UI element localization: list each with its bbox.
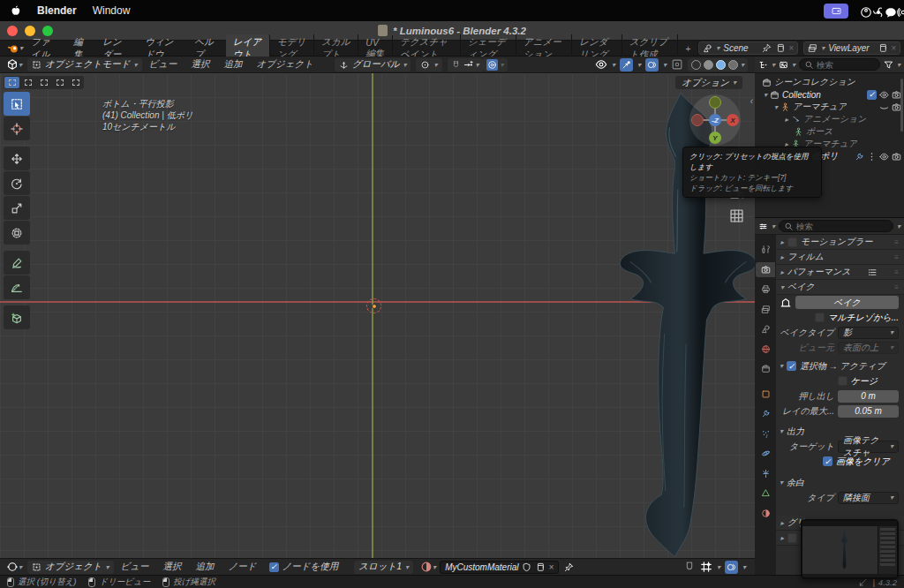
sidebar-toggle-arrow[interactable]: ‹ [750, 96, 753, 106]
fan-app-icon[interactable] [872, 6, 885, 19]
properties-search[interactable] [779, 220, 893, 232]
snap-controls[interactable]: ▾ [448, 58, 483, 72]
blender-logo-icon[interactable] [7, 42, 19, 55]
tool-transform[interactable] [4, 221, 30, 245]
select-mode-new-button[interactable] [4, 77, 19, 88]
tab-modifiers[interactable] [756, 406, 775, 421]
ray-distance-field[interactable]: 0.05 m [838, 405, 899, 418]
tool-add-cube[interactable] [4, 305, 30, 329]
editor-type-3d-viewport-icon[interactable] [6, 58, 19, 71]
overlays-toggle[interactable] [645, 58, 659, 72]
shader-menu-view[interactable]: ビュー [114, 561, 156, 573]
shader-menu-node[interactable]: ノード [222, 561, 264, 573]
viewport-menu-view[interactable]: ビュー [142, 58, 185, 71]
selected-to-active-checkbox[interactable]: ✓ [787, 361, 796, 371]
snap-magnet-icon[interactable] [451, 60, 461, 70]
add-workspace-button[interactable]: + [678, 41, 698, 56]
bake-button[interactable]: ベイク [795, 296, 899, 309]
unlink-material-icon[interactable]: × [548, 562, 554, 572]
tab-view-layer[interactable] [756, 302, 775, 317]
panel-performance[interactable]: ▸パフォーマンス ≡ [776, 265, 904, 280]
clear-image-checkbox[interactable]: ✓ [823, 456, 832, 466]
extrusion-field[interactable]: 0 m [838, 390, 899, 403]
properties-search-input[interactable] [796, 222, 888, 231]
eye-icon[interactable] [879, 90, 889, 100]
tab-object-data[interactable] [756, 486, 775, 501]
tab-constraints[interactable] [756, 466, 775, 481]
tab-particles[interactable] [756, 426, 775, 441]
properties-options-dropdown[interactable]: ▾ [897, 222, 900, 230]
select-mode-invert-button[interactable] [52, 77, 67, 88]
viewport-menu-add[interactable]: 追加 [217, 58, 250, 71]
expand-icon[interactable]: ▾ [774, 103, 778, 111]
tool-measure[interactable] [4, 275, 30, 299]
view-from-dropdown[interactable]: 表面の上▾ [838, 342, 899, 354]
screen-share-preview[interactable] [801, 519, 899, 579]
dots-menu-icon[interactable] [867, 152, 877, 162]
collection-checkbox[interactable]: ✓ [867, 90, 877, 100]
outliner-row-pose[interactable]: ポーズ [755, 125, 904, 138]
gizmo-axis-y[interactable]: Y [709, 132, 721, 144]
output-subpanel-label[interactable]: 出力 [787, 426, 804, 438]
material-name-field[interactable]: MyCustomMaterial × [440, 561, 559, 574]
tab-render[interactable] [756, 262, 775, 277]
panel-bake[interactable]: ▾ベイク≡ [776, 280, 904, 295]
shader-menu-add[interactable]: 追加 [189, 561, 222, 573]
pivot-point-selector[interactable]: ▾ [416, 58, 441, 72]
tab-physics[interactable] [756, 446, 775, 461]
bake-type-dropdown[interactable]: 影▾ [838, 327, 899, 339]
outliner-row-scene-collection[interactable]: シーンコレクション [755, 76, 904, 88]
select-mode-subtract-button[interactable] [36, 77, 51, 88]
select-mode-extend-button[interactable] [20, 77, 35, 88]
tool-cursor[interactable] [4, 117, 30, 140]
outliner-search[interactable] [799, 58, 880, 71]
snap-target-icon[interactable] [463, 60, 473, 70]
motion-blur-checkbox[interactable] [787, 237, 797, 247]
tool-annotate[interactable] [4, 251, 30, 275]
grid-toggle-button[interactable] [729, 208, 744, 223]
margin-subpanel-label[interactable]: 余白 [787, 477, 804, 489]
mode-selector[interactable]: オブジェクトモード ▾ [27, 58, 141, 72]
navigation-gizmo[interactable]: -Z X Y [689, 94, 741, 146]
freestyle-checkbox[interactable] [787, 533, 797, 543]
modifier-wrench-icon[interactable] [855, 152, 864, 162]
viewport-3d[interactable]: ボトム・平行投影 (41) Collection | 低ポリ 10センチメートル… [0, 73, 755, 558]
viewport-menu-object[interactable]: オブジェクト [250, 58, 320, 71]
pin-icon[interactable] [762, 43, 772, 53]
copy-icon[interactable] [535, 562, 545, 572]
tool-scale[interactable] [4, 196, 30, 220]
eye-icon[interactable] [879, 152, 889, 162]
tab-scene[interactable] [756, 321, 775, 336]
margin-type-dropdown[interactable]: 隣接面▾ [838, 492, 899, 504]
outliner-filter-id-icon[interactable] [779, 60, 788, 70]
tool-move[interactable] [4, 147, 30, 170]
tool-rotate[interactable] [4, 171, 30, 195]
tab-material[interactable] [756, 506, 775, 521]
tab-collection[interactable] [756, 361, 775, 376]
snap-node-icon[interactable] [683, 561, 696, 573]
gizmo-axis-z[interactable]: -Z [709, 114, 721, 126]
panel-film[interactable]: ▸フィルム≡ [776, 250, 904, 265]
airdrop-icon[interactable] [897, 6, 904, 19]
outliner-row-collection[interactable]: ▾ Collection ✓ [755, 88, 904, 101]
use-nodes-checkbox[interactable]: ✓ [269, 562, 279, 572]
outliner-search-input[interactable] [817, 60, 875, 70]
shading-solid-button[interactable] [704, 60, 713, 70]
editor-type-properties-icon[interactable] [758, 222, 768, 231]
multires-checkbox[interactable] [815, 313, 825, 322]
camera-icon[interactable] [892, 152, 901, 162]
outliner-display-mode-icon[interactable] [758, 60, 768, 70]
gizmo-axis-x-neg[interactable] [691, 114, 704, 126]
proportional-edit-toggle[interactable] [486, 59, 498, 71]
scene-selector[interactable]: ▾ Scene × [698, 41, 798, 55]
slot-selector[interactable]: スロット1▾ [354, 561, 413, 574]
viewport-menu-select[interactable]: 選択 [185, 58, 217, 71]
tab-output[interactable] [756, 282, 775, 297]
eye-closed-icon[interactable] [879, 102, 889, 112]
menubar-window-menu[interactable]: Window [93, 4, 131, 17]
copy-icon[interactable] [878, 43, 887, 53]
shader-mode-selector[interactable]: オブジェクト ▾ [27, 561, 114, 574]
panel-motion-blur[interactable]: ▸ モーションブラー≡ [776, 235, 904, 250]
select-mode-intersect-button[interactable] [68, 77, 83, 88]
outliner-row-animation[interactable]: ▸ アニメーション [755, 113, 904, 125]
